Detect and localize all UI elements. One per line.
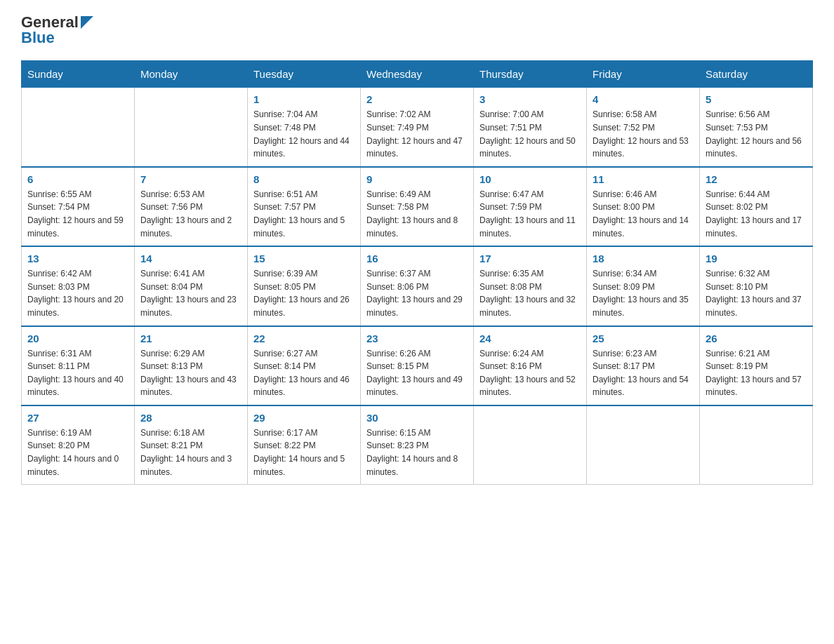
header-wednesday: Wednesday [361, 61, 474, 88]
day-number: 19 [706, 253, 807, 264]
day-number: 6 [27, 173, 128, 185]
calendar-cell [700, 405, 813, 485]
calendar-week-row: 27Sunrise: 6:19 AMSunset: 8:20 PMDayligh… [22, 405, 813, 485]
calendar-cell: 16Sunrise: 6:37 AMSunset: 8:06 PMDayligh… [361, 246, 474, 326]
calendar-cell: 21Sunrise: 6:29 AMSunset: 8:13 PMDayligh… [135, 326, 248, 405]
header-thursday: Thursday [474, 61, 587, 88]
day-number: 4 [593, 93, 694, 105]
day-details: Sunrise: 6:35 AMSunset: 8:08 PMDaylight:… [479, 267, 581, 319]
day-details: Sunrise: 6:26 AMSunset: 8:15 PMDaylight:… [366, 347, 468, 399]
day-number: 29 [253, 412, 355, 424]
calendar-table: SundayMondayTuesdayWednesdayThursdayFrid… [21, 60, 813, 485]
logo: General Blue [21, 14, 93, 46]
calendar-cell: 24Sunrise: 6:24 AMSunset: 8:16 PMDayligh… [474, 326, 587, 405]
logo-triangle-icon [81, 16, 93, 29]
day-number: 28 [140, 412, 241, 424]
calendar-cell: 20Sunrise: 6:31 AMSunset: 8:11 PMDayligh… [22, 326, 135, 405]
day-number: 12 [706, 173, 807, 185]
day-number: 3 [479, 93, 581, 105]
day-details: Sunrise: 7:04 AMSunset: 7:48 PMDaylight:… [253, 108, 355, 160]
svg-marker-0 [81, 16, 93, 29]
day-details: Sunrise: 6:29 AMSunset: 8:13 PMDaylight:… [140, 347, 241, 399]
day-number: 25 [593, 333, 694, 344]
day-details: Sunrise: 6:53 AMSunset: 7:56 PMDaylight:… [140, 188, 241, 240]
calendar-week-row: 6Sunrise: 6:55 AMSunset: 7:54 PMDaylight… [22, 167, 813, 246]
calendar-cell: 19Sunrise: 6:32 AMSunset: 8:10 PMDayligh… [700, 246, 813, 326]
logo-text-blue: Blue [21, 29, 93, 46]
day-number: 10 [479, 173, 581, 185]
day-details: Sunrise: 6:51 AMSunset: 7:57 PMDaylight:… [253, 188, 355, 240]
day-number: 27 [27, 412, 128, 424]
day-details: Sunrise: 6:21 AMSunset: 8:19 PMDaylight:… [706, 347, 807, 399]
day-number: 26 [706, 333, 807, 344]
day-details: Sunrise: 6:44 AMSunset: 8:02 PMDaylight:… [706, 188, 807, 240]
calendar-week-row: 1Sunrise: 7:04 AMSunset: 7:48 PMDaylight… [22, 88, 813, 167]
calendar-cell: 11Sunrise: 6:46 AMSunset: 8:00 PMDayligh… [587, 167, 700, 246]
day-details: Sunrise: 6:39 AMSunset: 8:05 PMDaylight:… [253, 267, 355, 319]
calendar-cell: 14Sunrise: 6:41 AMSunset: 8:04 PMDayligh… [135, 246, 248, 326]
day-number: 8 [253, 173, 355, 185]
calendar-cell: 2Sunrise: 7:02 AMSunset: 7:49 PMDaylight… [361, 88, 474, 167]
calendar-cell: 13Sunrise: 6:42 AMSunset: 8:03 PMDayligh… [22, 246, 135, 326]
calendar-cell: 5Sunrise: 6:56 AMSunset: 7:53 PMDaylight… [700, 88, 813, 167]
calendar-week-row: 20Sunrise: 6:31 AMSunset: 8:11 PMDayligh… [22, 326, 813, 405]
day-details: Sunrise: 6:56 AMSunset: 7:53 PMDaylight:… [706, 108, 807, 160]
day-number: 15 [253, 253, 355, 264]
day-number: 30 [366, 412, 468, 424]
calendar-cell: 27Sunrise: 6:19 AMSunset: 8:20 PMDayligh… [22, 405, 135, 485]
day-number: 11 [593, 173, 694, 185]
day-number: 23 [366, 333, 468, 344]
day-number: 9 [366, 173, 468, 185]
day-number: 18 [593, 253, 694, 264]
day-details: Sunrise: 6:47 AMSunset: 7:59 PMDaylight:… [479, 188, 581, 240]
page-header: General Blue [21, 14, 813, 46]
day-details: Sunrise: 6:42 AMSunset: 8:03 PMDaylight:… [27, 267, 128, 319]
day-details: Sunrise: 6:19 AMSunset: 8:20 PMDaylight:… [27, 427, 128, 478]
header-friday: Friday [587, 61, 700, 88]
calendar-cell: 26Sunrise: 6:21 AMSunset: 8:19 PMDayligh… [700, 326, 813, 405]
calendar-cell: 8Sunrise: 6:51 AMSunset: 7:57 PMDaylight… [248, 167, 361, 246]
calendar-cell: 22Sunrise: 6:27 AMSunset: 8:14 PMDayligh… [248, 326, 361, 405]
header-sunday: Sunday [22, 61, 135, 88]
day-details: Sunrise: 6:17 AMSunset: 8:22 PMDaylight:… [253, 427, 355, 478]
calendar-week-row: 13Sunrise: 6:42 AMSunset: 8:03 PMDayligh… [22, 246, 813, 326]
day-details: Sunrise: 6:31 AMSunset: 8:11 PMDaylight:… [27, 347, 128, 399]
day-details: Sunrise: 6:15 AMSunset: 8:23 PMDaylight:… [366, 427, 468, 478]
day-number: 16 [366, 253, 468, 264]
calendar-cell [22, 88, 135, 167]
calendar-cell: 7Sunrise: 6:53 AMSunset: 7:56 PMDaylight… [135, 167, 248, 246]
day-number: 22 [253, 333, 355, 344]
day-details: Sunrise: 6:49 AMSunset: 7:58 PMDaylight:… [366, 188, 468, 240]
day-details: Sunrise: 6:27 AMSunset: 8:14 PMDaylight:… [253, 347, 355, 399]
day-number: 13 [27, 253, 128, 264]
calendar-cell: 15Sunrise: 6:39 AMSunset: 8:05 PMDayligh… [248, 246, 361, 326]
day-number: 21 [140, 333, 241, 344]
calendar-cell: 30Sunrise: 6:15 AMSunset: 8:23 PMDayligh… [361, 405, 474, 485]
day-number: 7 [140, 173, 241, 185]
day-details: Sunrise: 6:37 AMSunset: 8:06 PMDaylight:… [366, 267, 468, 319]
day-details: Sunrise: 6:24 AMSunset: 8:16 PMDaylight:… [479, 347, 581, 399]
calendar-cell: 28Sunrise: 6:18 AMSunset: 8:21 PMDayligh… [135, 405, 248, 485]
calendar-cell: 1Sunrise: 7:04 AMSunset: 7:48 PMDaylight… [248, 88, 361, 167]
day-number: 24 [479, 333, 581, 344]
calendar-header-row: SundayMondayTuesdayWednesdayThursdayFrid… [22, 61, 813, 88]
day-number: 5 [706, 93, 807, 105]
calendar-cell: 18Sunrise: 6:34 AMSunset: 8:09 PMDayligh… [587, 246, 700, 326]
calendar-cell: 4Sunrise: 6:58 AMSunset: 7:52 PMDaylight… [587, 88, 700, 167]
day-details: Sunrise: 6:46 AMSunset: 8:00 PMDaylight:… [593, 188, 694, 240]
day-number: 20 [27, 333, 128, 344]
calendar-cell: 10Sunrise: 6:47 AMSunset: 7:59 PMDayligh… [474, 167, 587, 246]
calendar-cell [135, 88, 248, 167]
header-saturday: Saturday [700, 61, 813, 88]
day-details: Sunrise: 6:55 AMSunset: 7:54 PMDaylight:… [27, 188, 128, 240]
day-number: 1 [253, 93, 355, 105]
calendar-cell: 6Sunrise: 6:55 AMSunset: 7:54 PMDaylight… [22, 167, 135, 246]
calendar-cell: 29Sunrise: 6:17 AMSunset: 8:22 PMDayligh… [248, 405, 361, 485]
day-number: 2 [366, 93, 468, 105]
day-details: Sunrise: 6:32 AMSunset: 8:10 PMDaylight:… [706, 267, 807, 319]
day-details: Sunrise: 6:58 AMSunset: 7:52 PMDaylight:… [593, 108, 694, 160]
day-details: Sunrise: 6:41 AMSunset: 8:04 PMDaylight:… [140, 267, 241, 319]
day-details: Sunrise: 6:23 AMSunset: 8:17 PMDaylight:… [593, 347, 694, 399]
calendar-cell: 3Sunrise: 7:00 AMSunset: 7:51 PMDaylight… [474, 88, 587, 167]
day-details: Sunrise: 6:18 AMSunset: 8:21 PMDaylight:… [140, 427, 241, 478]
